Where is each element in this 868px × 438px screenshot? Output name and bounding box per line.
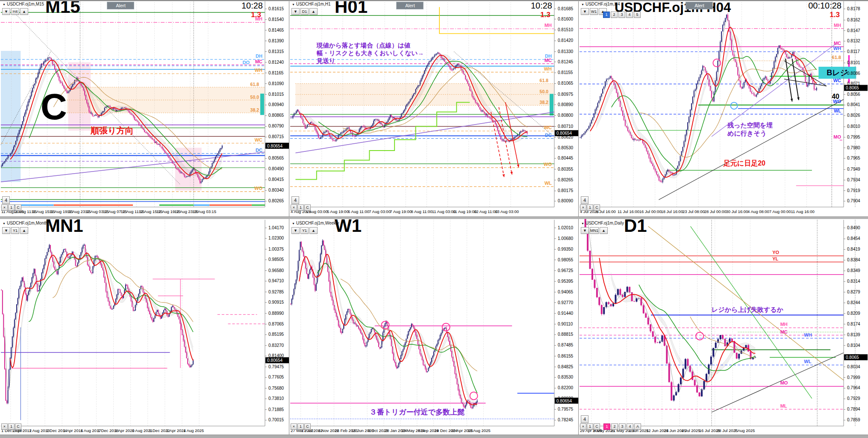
svg-text:0.98505: 0.98505 <box>268 257 284 262</box>
window-bottom-edge <box>0 435 868 438</box>
svg-text:0.80175: 0.80175 <box>558 188 574 193</box>
chart-symbol-dropdown[interactable]: ▼USDCHF.oj1m,H1 <box>292 2 331 6</box>
chart-panel-d1: 29 Apr 20259 May 202521 May 20252 Jun 20… <box>579 219 868 438</box>
layout-pager-button-2[interactable]: 2 <box>611 423 618 430</box>
template-pager-button-4[interactable]: 4 <box>626 12 633 18</box>
c-button[interactable]: C <box>15 204 21 211</box>
svg-text:0.86155: 0.86155 <box>558 354 574 358</box>
svg-text:C: C <box>41 86 67 127</box>
svg-text:13 Aug 03:15: 13 Aug 03:15 <box>192 209 216 214</box>
c-button[interactable]: C <box>594 423 600 430</box>
svg-text:0.7929: 0.7929 <box>847 396 860 401</box>
symbol-timeframe-label: USDCHF.oj1m,H1 <box>296 2 331 6</box>
timeframe-watermark: W1 <box>335 216 362 236</box>
one-button[interactable]: 1 <box>297 204 304 211</box>
svg-text:WH: WH <box>833 46 841 51</box>
svg-text:0.83530: 0.83530 <box>558 375 574 379</box>
chart-symbol-dropdown[interactable]: ▼USDCHF.oj1m,Daily <box>581 221 624 225</box>
timeframe-watermark: D1 <box>624 216 647 236</box>
quick-button-4[interactable]: 4 <box>581 415 588 423</box>
svg-text:0.8454: 0.8454 <box>847 236 860 241</box>
svg-text:0.80940: 0.80940 <box>268 102 284 107</box>
c-button[interactable]: C <box>594 204 600 211</box>
chart-plot-m15[interactable]: 11 Aug 202511 Aug 11:1511 Aug 15:1511 Au… <box>0 0 289 219</box>
tf-value-button[interactable]: Y1 <box>300 227 309 234</box>
svg-text:YO: YO <box>772 250 779 255</box>
svg-text:0.8086: 0.8086 <box>847 71 860 76</box>
dropdown-triangle-icon: ▼ <box>3 222 6 225</box>
tf-down-button[interactable]: ▼ <box>2 227 10 234</box>
one-button[interactable]: 1 <box>297 423 304 430</box>
c-button[interactable]: C <box>15 423 21 430</box>
svg-text:0.80340: 0.80340 <box>268 188 284 192</box>
symbol-timeframe-label: USDCHF.oj1m,Weekly <box>296 221 339 225</box>
tf-up-button[interactable]: ▲ <box>309 8 318 15</box>
layout-pager-button-3[interactable]: 3 <box>619 423 626 430</box>
close-button[interactable]: × <box>1 423 8 430</box>
one-button[interactable]: 1 <box>587 204 593 211</box>
alert-button[interactable]: Alert <box>396 2 424 9</box>
tf-up-button[interactable]: ▲ <box>600 227 608 234</box>
alert-button[interactable]: Alert <box>107 2 134 9</box>
svg-text:0.7965: 0.7965 <box>847 156 860 160</box>
tf-up-button[interactable]: ▲ <box>20 227 28 234</box>
svg-text:0.98055: 0.98055 <box>558 257 574 262</box>
tf-value-button[interactable]: H4 <box>11 8 19 15</box>
tf-down-button[interactable]: ▼ <box>581 8 589 15</box>
svg-text:38.2: 38.2 <box>250 107 259 112</box>
svg-text:61.8: 61.8 <box>832 55 841 60</box>
svg-text:4 Jul 2025: 4 Jul 2025 <box>681 428 700 433</box>
chart-plot-w1[interactable]: 27 Mar 202217 Jul 20226 Nov 202226 Feb 2… <box>289 219 579 438</box>
chart-symbol-dropdown[interactable]: ▼USDCHF.oj1m,Monthly <box>3 221 51 225</box>
quick-button-4[interactable]: 4 <box>291 196 299 204</box>
chart-plot-h04[interactable]: 4 Jul 20258 Jul 16:0011 Jul 16:0016 Jul … <box>579 0 868 219</box>
chart-plot-d1[interactable]: 29 Apr 20259 May 202521 May 20252 Jun 20… <box>579 219 868 438</box>
close-button[interactable]: × <box>1 204 8 211</box>
c-button[interactable]: C <box>304 423 311 430</box>
alert-button[interactable]: Alert <box>686 2 713 9</box>
c-button[interactable]: C <box>304 204 311 211</box>
chart-symbol-dropdown[interactable]: ▼USDCHF.oj1m,M15 <box>3 2 44 6</box>
chart-panel-mn1: 1 Dec 20101 Apr 20121 Aug 20131 Dec 2014… <box>0 219 289 438</box>
svg-text:WH: WH <box>255 68 262 73</box>
layout-pager-button-1[interactable]: 1 <box>603 423 610 430</box>
chart-symbol-dropdown[interactable]: ▼USDCHF.oj1m,H4 <box>581 2 620 6</box>
close-button[interactable]: × <box>580 423 586 430</box>
tf-down-button[interactable]: ▼ <box>581 227 589 234</box>
svg-text:40: 40 <box>832 93 839 100</box>
template-pager-button-2[interactable]: 2 <box>611 12 618 18</box>
one-button[interactable]: 1 <box>587 423 593 430</box>
tf-up-button[interactable]: ▲ <box>20 8 28 15</box>
svg-text:0.8384: 0.8384 <box>847 257 860 262</box>
tf-up-button[interactable]: ▲ <box>309 227 318 234</box>
tf-down-button[interactable]: ▼ <box>291 8 300 15</box>
quick-button-4[interactable]: 4 <box>2 196 10 204</box>
chart-plot-mn1[interactable]: 1 Dec 20101 Apr 20121 Aug 20131 Dec 2014… <box>0 219 289 438</box>
one-button[interactable]: 1 <box>8 423 15 430</box>
tf-value-button[interactable]: W1 <box>590 8 598 15</box>
tf-down-button[interactable]: ▼ <box>2 8 10 15</box>
layout-pager-button-4[interactable]: 4 <box>627 423 633 430</box>
close-button[interactable]: × <box>291 204 297 211</box>
svg-text:1.00375: 1.00375 <box>268 247 284 252</box>
tf-value-button[interactable]: D1 <box>300 8 309 15</box>
tf-value-button[interactable]: MN1 <box>590 227 599 234</box>
chart-panel-h01: 4 Aug 20255 Aug 03:005 Aug 19:006 Aug 11… <box>289 0 579 219</box>
dropdown-triangle-icon: ▼ <box>581 222 584 225</box>
timeframe-stepper: ▼H4▲ <box>2 8 28 15</box>
layout-pager-button-A[interactable]: A <box>634 423 641 430</box>
one-button[interactable]: 1 <box>8 204 15 211</box>
template-pager-button-1[interactable]: 1 <box>603 12 610 18</box>
template-pager-button-5[interactable]: 5 <box>634 12 641 18</box>
svg-text:0.95395: 0.95395 <box>558 279 574 284</box>
close-button[interactable]: × <box>580 204 586 211</box>
svg-text:幅・リスクとも大きくおいしくない→: 幅・リスクとも大きくおいしくない→ <box>317 50 424 57</box>
template-pager-button-3[interactable]: 3 <box>618 12 625 18</box>
close-button[interactable]: × <box>291 423 297 430</box>
tf-down-button[interactable]: ▼ <box>291 227 300 234</box>
quick-button-4[interactable]: 4 <box>581 196 588 204</box>
tf-value-button[interactable]: Y1 <box>11 227 19 234</box>
chart-plot-h01[interactable]: 4 Aug 20255 Aug 03:005 Aug 19:006 Aug 11… <box>289 0 579 219</box>
svg-text:0.80865: 0.80865 <box>268 113 284 118</box>
chart-symbol-dropdown[interactable]: ▼USDCHF.oj1m,Weekly <box>292 221 339 225</box>
